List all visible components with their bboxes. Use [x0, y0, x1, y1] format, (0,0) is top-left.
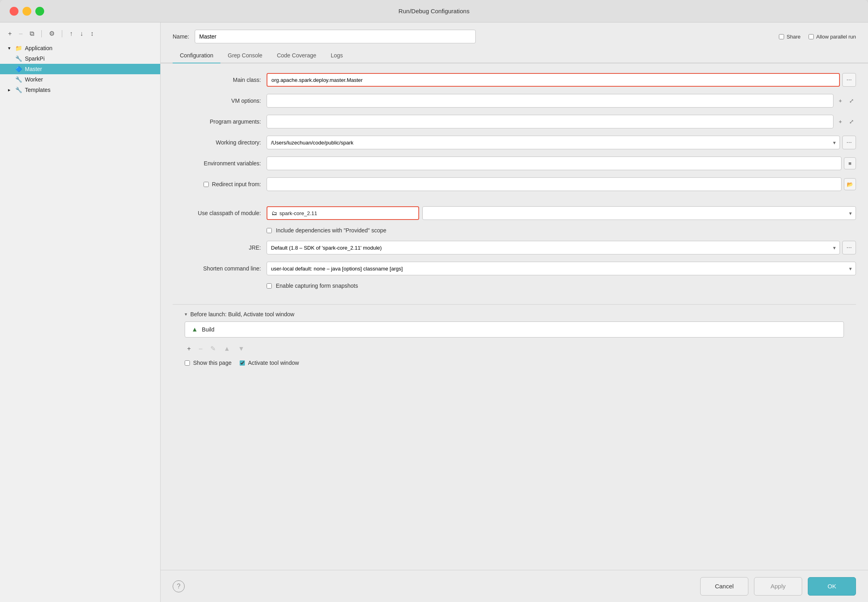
sidebar-item-master[interactable]: 🔷 Master — [0, 64, 160, 74]
jre-row: JRE: ▾ ··· — [173, 241, 856, 254]
sidebar-toolbar: + – ⧉ ⚙ ↑ ↓ ↕ — [0, 26, 160, 43]
main-class-browse-button[interactable]: ··· — [842, 73, 856, 87]
redirect-row: Redirect input from: 📂 — [173, 177, 856, 191]
jre-input[interactable] — [267, 241, 840, 254]
bottom-options: Show this page Activate tool window — [173, 356, 856, 366]
name-row: Name: Share Allow parallel run — [161, 22, 868, 48]
jre-browse-button[interactable]: ··· — [842, 241, 856, 254]
activate-window-checkbox[interactable] — [240, 360, 245, 366]
move-down-button[interactable]: ↓ — [78, 29, 85, 38]
classpath-select[interactable] — [422, 206, 856, 220]
sidebar-item-sparkpi[interactable]: 🔧 SparkPi — [0, 53, 160, 64]
before-launch-collapse-icon[interactable]: ▾ — [185, 311, 187, 317]
vm-fullscreen-button[interactable]: ⤢ — [847, 96, 856, 105]
run-config-icon-master: 🔷 — [14, 66, 22, 72]
tab-code-coverage[interactable]: Code Coverage — [270, 48, 324, 63]
settings-button[interactable]: ⚙ — [47, 29, 56, 38]
before-launch-list: ▲ Build — [185, 321, 844, 338]
before-launch-remove-button[interactable]: – — [196, 344, 205, 353]
copy-config-button[interactable]: ⧉ — [28, 29, 36, 38]
vm-options-label: VM options: — [173, 98, 261, 104]
activate-window-text: Activate tool window — [248, 360, 299, 366]
move-up-button[interactable]: ↑ — [68, 29, 74, 38]
tab-configuration[interactable]: Configuration — [173, 48, 220, 63]
help-button[interactable]: ? — [173, 580, 185, 592]
show-page-checkbox[interactable] — [185, 360, 190, 366]
env-vars-edit-button[interactable]: ≡ — [844, 157, 856, 169]
working-dir-label: Working directory: — [173, 139, 261, 146]
window-title: Run/Debug Configurations — [399, 8, 470, 14]
redirect-label: Redirect input from: — [212, 181, 261, 187]
right-panel: Name: Share Allow parallel run Configu — [161, 22, 868, 602]
before-launch-down-button[interactable]: ▼ — [236, 344, 247, 353]
before-launch-up-button[interactable]: ▲ — [221, 344, 232, 353]
shorten-cmd-input[interactable] — [267, 262, 856, 275]
name-input[interactable] — [195, 30, 476, 43]
tab-logs[interactable]: Logs — [324, 48, 350, 63]
close-button[interactable] — [10, 7, 18, 16]
vm-options-input-group: + ⤢ — [267, 94, 856, 108]
tab-grep-console[interactable]: Grep Console — [220, 48, 269, 63]
program-args-row: Program arguments: + ⤢ — [173, 115, 856, 128]
args-fullscreen-button[interactable]: ⤢ — [847, 117, 856, 126]
env-vars-input[interactable] — [267, 157, 842, 170]
vm-expand-button[interactable]: + — [836, 96, 845, 105]
footer: ? Cancel Apply OK — [161, 570, 868, 602]
redirect-input[interactable] — [267, 177, 842, 191]
before-launch-add-button[interactable]: + — [185, 344, 193, 353]
main-class-input[interactable] — [267, 73, 840, 87]
wrench-icon: 🔧 — [14, 87, 22, 93]
apply-button[interactable]: Apply — [754, 577, 802, 596]
minimize-button[interactable] — [22, 7, 31, 16]
before-launch-edit-button[interactable]: ✎ — [208, 344, 218, 353]
sidebar-item-templates[interactable]: ▸ 🔧 Templates — [0, 85, 160, 95]
share-checkbox[interactable] — [779, 34, 784, 39]
working-dir-input[interactable] — [267, 136, 840, 149]
redirect-input-group: 📂 — [267, 177, 856, 191]
jre-label: JRE: — [173, 244, 261, 251]
run-config-icon-sparkpi: 🔧 — [14, 55, 22, 62]
capture-snapshots-checkbox[interactable] — [267, 283, 272, 289]
sidebar-item-worker[interactable]: 🔧 Worker — [0, 74, 160, 85]
sort-button[interactable]: ↕ — [89, 29, 95, 38]
vm-options-input[interactable] — [267, 94, 833, 108]
show-page-label[interactable]: Show this page — [185, 360, 232, 366]
module-icon: 🗂 — [271, 210, 277, 216]
program-args-label: Program arguments: — [173, 118, 261, 125]
ok-button[interactable]: OK — [808, 577, 856, 596]
expand-arrow-application: ▾ — [6, 45, 12, 51]
add-config-button[interactable]: + — [6, 29, 13, 38]
main-class-row: Main class: ··· — [173, 73, 856, 87]
share-checkbox-label[interactable]: Share — [779, 34, 801, 40]
sidebar-item-label-templates: Templates — [25, 87, 51, 93]
allow-parallel-checkbox[interactable] — [809, 34, 814, 39]
titlebar: Run/Debug Configurations — [0, 0, 868, 22]
before-launch-title: Before launch: Build, Activate tool wind… — [190, 311, 294, 317]
main-class-label: Main class: — [173, 77, 261, 83]
share-label: Share — [786, 34, 801, 40]
classpath-select-wrapper: ▾ — [422, 206, 856, 220]
sidebar: + – ⧉ ⚙ ↑ ↓ ↕ ▾ 📁 Application — [0, 22, 161, 602]
classpath-module-select[interactable]: 🗂 spark-core_2.11 — [267, 206, 419, 220]
before-launch-header: ▾ Before launch: Build, Activate tool wi… — [185, 311, 844, 317]
include-deps-label: Include dependencies with "Provided" sco… — [276, 227, 386, 234]
env-vars-row: Environment variables: ≡ — [173, 157, 856, 170]
cancel-button[interactable]: Cancel — [700, 577, 748, 596]
remove-config-button[interactable]: – — [17, 29, 24, 38]
redirect-checkbox[interactable] — [204, 182, 209, 187]
include-deps-checkbox[interactable] — [267, 228, 272, 233]
sidebar-item-label-sparkpi: SparkPi — [25, 55, 45, 62]
capture-snapshots-label: Enable capturing form snapshots — [276, 283, 358, 289]
args-expand-button[interactable]: + — [836, 117, 845, 126]
activate-window-label[interactable]: Activate tool window — [240, 360, 299, 366]
allow-parallel-checkbox-label[interactable]: Allow parallel run — [809, 34, 856, 40]
maximize-button[interactable] — [35, 7, 44, 16]
working-dir-browse-button[interactable]: ··· — [842, 136, 856, 149]
sidebar-item-application[interactable]: ▾ 📁 Application — [0, 43, 160, 53]
sidebar-item-label-master: Master — [25, 66, 42, 72]
program-args-input[interactable] — [267, 115, 833, 128]
redirect-browse-button[interactable]: 📂 — [844, 178, 856, 190]
build-icon: ▲ — [192, 326, 198, 333]
sidebar-item-label-worker: Worker — [25, 76, 43, 83]
vm-options-row: VM options: + ⤢ — [173, 94, 856, 108]
